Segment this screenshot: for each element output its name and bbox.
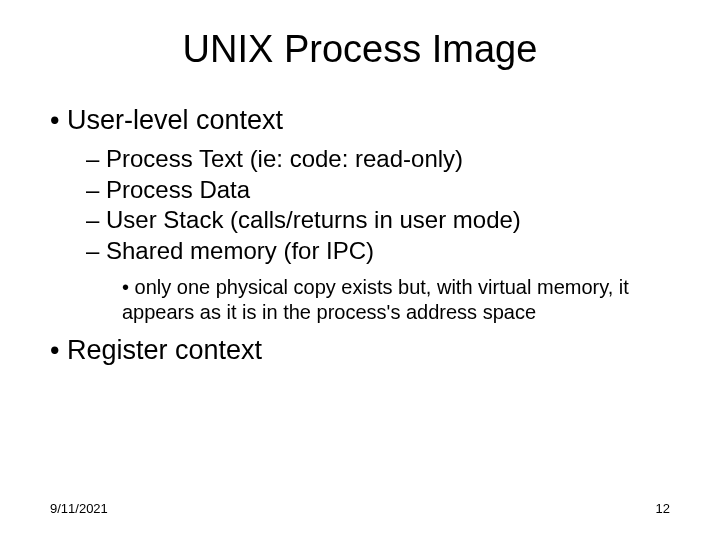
footer: 9/11/2021 12 <box>50 501 670 516</box>
slide-title: UNIX Process Image <box>50 28 670 71</box>
subbullet-shared-memory: Shared memory (for IPC) <box>86 236 670 267</box>
subbullet-user-stack-label: User Stack (calls/returns in user mode) <box>106 206 521 233</box>
bullet-user-level-text: User-level context <box>67 105 283 135</box>
subbullet-user-stack: User Stack (calls/returns in user mode) <box>86 205 670 236</box>
bullet-user-level: User-level context <box>50 105 670 136</box>
bullet-register-context: Register context <box>50 335 670 366</box>
slide: UNIX Process Image User-level context Pr… <box>0 0 720 540</box>
subbullet-process-data-label: Process Data <box>106 176 250 203</box>
bullet-register-context-label: Register context <box>67 335 262 365</box>
subbullet-shared-memory-label: Shared memory (for IPC) <box>106 237 374 264</box>
subbullet-process-data: Process Data <box>86 175 670 206</box>
subsubbullet-virtual-memory: only one physical copy exists but, with … <box>122 275 630 325</box>
subbullet-process-text: Process Text (ie: code: read-only) <box>86 144 670 175</box>
footer-date: 9/11/2021 <box>50 501 108 516</box>
subbullet-process-text-label: Process Text (ie: code: read-only) <box>106 145 463 172</box>
footer-page-number: 12 <box>656 501 670 516</box>
subsubbullet-virtual-memory-label: only one physical copy exists but, with … <box>122 276 629 323</box>
